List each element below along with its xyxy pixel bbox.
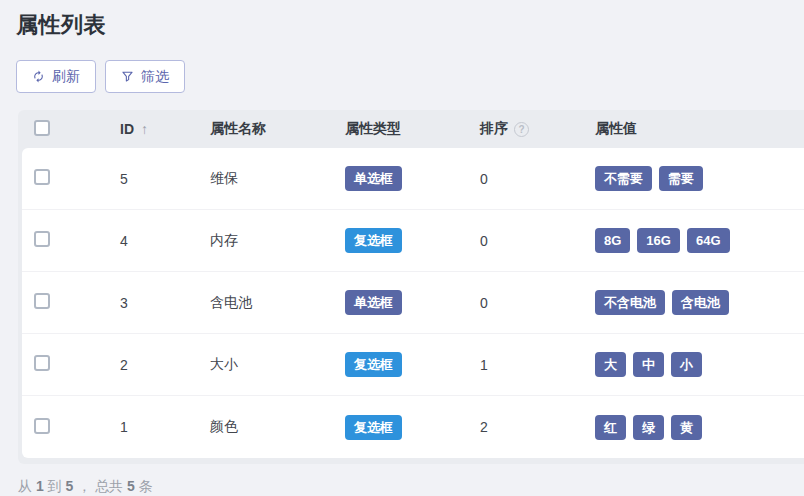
type-badge: 单选框 bbox=[345, 290, 402, 315]
id-cell: 4 bbox=[108, 233, 198, 249]
column-header-id[interactable]: ID ↑ bbox=[108, 121, 198, 137]
table-row: 4内存复选框08G16G64G bbox=[22, 210, 804, 272]
row-checkbox[interactable] bbox=[34, 169, 50, 185]
value-badge: 8G bbox=[595, 228, 630, 253]
table-header-row: ID ↑ 属性名称 属性类型 排序 ? 属性值 bbox=[18, 110, 804, 148]
select-all-checkbox[interactable] bbox=[34, 120, 50, 136]
sort-cell: 0 bbox=[468, 171, 583, 187]
value-badge: 中 bbox=[633, 352, 664, 377]
pagination-summary-segment: ， 总共 bbox=[73, 478, 127, 494]
row-select-cell bbox=[34, 169, 108, 188]
value-badge: 绿 bbox=[633, 415, 664, 440]
id-cell: 3 bbox=[108, 295, 198, 311]
help-icon[interactable]: ? bbox=[514, 122, 529, 137]
values-cell: 大中小 bbox=[583, 352, 804, 377]
column-label-id: ID bbox=[120, 121, 134, 137]
refresh-button-label: 刷新 bbox=[52, 68, 80, 86]
type-badge: 单选框 bbox=[345, 166, 402, 191]
table-body: 5维保单选框0不需要需要4内存复选框08G16G64G3含电池单选框0不含电池含… bbox=[22, 148, 804, 458]
filter-button-label: 筛选 bbox=[141, 68, 169, 86]
value-badge: 红 bbox=[595, 415, 626, 440]
id-cell: 1 bbox=[108, 419, 198, 435]
type-badge: 复选框 bbox=[345, 228, 402, 253]
type-badge: 复选框 bbox=[345, 352, 402, 377]
row-select-cell bbox=[34, 355, 108, 374]
name-cell: 颜色 bbox=[198, 418, 333, 436]
value-badge: 需要 bbox=[659, 166, 703, 191]
page-title: 属性列表 bbox=[16, 10, 804, 40]
row-select-cell bbox=[34, 231, 108, 250]
sort-asc-icon: ↑ bbox=[141, 121, 148, 137]
values-cell: 红绿黄 bbox=[583, 415, 804, 440]
column-label-sort: 排序 bbox=[480, 120, 508, 138]
row-checkbox[interactable] bbox=[34, 293, 50, 309]
row-checkbox[interactable] bbox=[34, 418, 50, 434]
name-cell: 维保 bbox=[198, 170, 333, 188]
pagination-summary-segment: 条 bbox=[135, 478, 153, 494]
type-cell: 复选框 bbox=[333, 352, 468, 377]
values-cell: 8G16G64G bbox=[583, 228, 804, 253]
column-header-type: 属性类型 bbox=[333, 120, 468, 138]
type-cell: 单选框 bbox=[333, 166, 468, 191]
refresh-icon bbox=[32, 70, 45, 83]
type-cell: 复选框 bbox=[333, 415, 468, 440]
value-badge: 不含电池 bbox=[595, 290, 665, 315]
name-cell: 含电池 bbox=[198, 294, 333, 312]
toolbar: 刷新 筛选 bbox=[16, 60, 804, 93]
name-cell: 大小 bbox=[198, 356, 333, 374]
column-header-values: 属性值 bbox=[583, 120, 804, 138]
table-row: 3含电池单选框0不含电池含电池 bbox=[22, 272, 804, 334]
table-row: 2大小复选框1大中小 bbox=[22, 334, 804, 396]
pagination-summary-segment: 从 bbox=[18, 478, 36, 494]
column-header-sort: 排序 ? bbox=[468, 120, 583, 138]
table-row: 5维保单选框0不需要需要 bbox=[22, 148, 804, 210]
sort-cell: 1 bbox=[468, 357, 583, 373]
type-cell: 单选框 bbox=[333, 290, 468, 315]
pagination-summary-segment: 1 bbox=[36, 478, 44, 494]
value-badge: 64G bbox=[687, 228, 730, 253]
row-select-cell bbox=[34, 418, 108, 437]
sort-cell: 0 bbox=[468, 233, 583, 249]
refresh-button[interactable]: 刷新 bbox=[16, 60, 96, 93]
sort-cell: 0 bbox=[468, 295, 583, 311]
value-badge: 大 bbox=[595, 352, 626, 377]
pagination-summary: 从 1 到 5 ， 总共 5 条 bbox=[18, 478, 804, 496]
column-header-name: 属性名称 bbox=[198, 120, 333, 138]
table-container: ID ↑ 属性名称 属性类型 排序 ? 属性值 5维保单选框0不需要需要4内存复… bbox=[18, 110, 804, 464]
pagination-summary-segment: 5 bbox=[127, 478, 135, 494]
pagination-summary-segment: 到 bbox=[44, 478, 66, 494]
values-cell: 不需要需要 bbox=[583, 166, 804, 191]
filter-icon bbox=[121, 70, 134, 83]
value-badge: 含电池 bbox=[672, 290, 729, 315]
filter-button[interactable]: 筛选 bbox=[105, 60, 185, 93]
id-cell: 2 bbox=[108, 357, 198, 373]
table-row: 1颜色复选框2红绿黄 bbox=[22, 396, 804, 458]
sort-cell: 2 bbox=[468, 419, 583, 435]
select-all-cell bbox=[34, 120, 108, 139]
values-cell: 不含电池含电池 bbox=[583, 290, 804, 315]
row-checkbox[interactable] bbox=[34, 231, 50, 247]
value-badge: 黄 bbox=[671, 415, 702, 440]
type-cell: 复选框 bbox=[333, 228, 468, 253]
id-cell: 5 bbox=[108, 171, 198, 187]
value-badge: 16G bbox=[637, 228, 680, 253]
name-cell: 内存 bbox=[198, 232, 333, 250]
type-badge: 复选框 bbox=[345, 415, 402, 440]
value-badge: 不需要 bbox=[595, 166, 652, 191]
row-checkbox[interactable] bbox=[34, 355, 50, 371]
row-select-cell bbox=[34, 293, 108, 312]
value-badge: 小 bbox=[671, 352, 702, 377]
